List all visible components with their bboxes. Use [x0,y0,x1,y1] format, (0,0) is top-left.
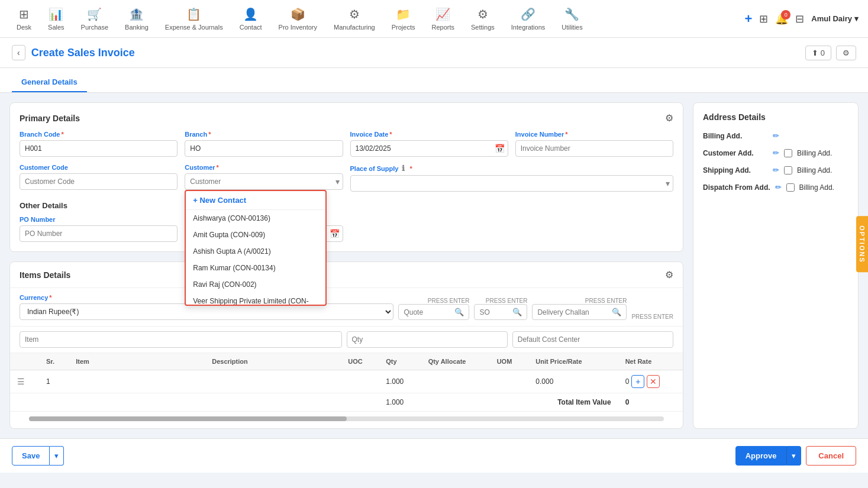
dispatch-billing-checkbox[interactable] [786,183,795,192]
approve-dropdown-button[interactable]: ▾ [786,446,801,466]
desk-icon: ⊞ [19,7,29,21]
po-number-input[interactable] [20,225,178,242]
nav-item-settings[interactable]: ⚙ Settings [464,2,502,35]
table-row-actions: + ✕ [631,375,660,388]
so-search-icon[interactable]: 🔍 [512,308,522,316]
customer-billing-checkbox[interactable] [784,149,792,157]
nav-item-purchase[interactable]: 🛒 Purchase [74,2,115,35]
reports-icon: 📈 [435,7,450,21]
items-settings-button[interactable]: ⚙ [665,269,673,280]
nav-item-banking[interactable]: 🏦 Banking [118,2,156,35]
place-of-supply-wrapper: ▾ [350,175,674,192]
nav-items: ⊞ Desk 📊 Sales 🛒 Purchase 🏦 Banking 📋 Ex… [9,2,745,35]
customer-option-4[interactable]: Ravi Raj (CON-002) [186,276,325,293]
row-delete-button[interactable]: ✕ [647,375,660,388]
branch-code-input[interactable] [20,140,178,157]
invoice-date-label: Invoice Date [350,131,508,138]
row-add-button[interactable]: + [631,375,644,388]
nav-item-sales[interactable]: 📊 Sales [41,2,72,35]
calendar-icon[interactable]: 📅 [495,144,505,153]
nav-item-contact[interactable]: 👤 Contact [233,2,269,35]
description-cell[interactable] [205,370,341,393]
nav-item-desk[interactable]: ⊞ Desk [9,2,38,35]
currency-select[interactable]: Indian Rupee(₹) [20,303,393,320]
options-sidebar[interactable]: OPTIONS [856,216,868,273]
dispatch-edit-icon[interactable]: ✏ [775,183,782,192]
cancel-button[interactable]: Cancel [806,446,856,466]
customer-add-row: Customer Add. ✏ Billing Add. [703,148,848,157]
shipping-billing-checkbox[interactable] [784,166,792,174]
nav-item-pro-inventory[interactable]: 📦 Pro Inventory [272,2,324,35]
chevron-down-icon[interactable]: ▾ [335,177,340,186]
settings-icon: ⚙ [477,7,488,21]
press-enter-4: PRESS ENTER [631,314,673,320]
customer-label: Customer [185,164,343,171]
tab-general-details[interactable]: General Details [12,73,87,92]
default-cost-center-input[interactable] [512,331,673,348]
col-net-rate: Net Rate [618,353,683,370]
invoice-number-input[interactable] [515,140,673,157]
delivery-challan-search-icon[interactable]: 🔍 [612,308,621,316]
customer-option-0[interactable]: Aishwarya (CON-00136) [186,210,325,227]
back-button[interactable]: ‹ [12,45,25,60]
primary-details-settings-button[interactable]: ⚙ [665,112,673,124]
h-scrollbar[interactable] [29,416,664,421]
so-input[interactable] [479,308,509,316]
drag-handle-icon[interactable]: ☰ [17,377,25,386]
nav-label-expense: Expense & Journals [165,24,223,31]
item-cell[interactable] [69,370,205,393]
nav-item-integrations[interactable]: 🔗 Integrations [504,2,552,35]
shipping-edit-icon[interactable]: ✏ [773,166,779,174]
total-empty-2 [421,393,529,412]
chevron-down-icon[interactable]: ▾ [666,179,670,188]
customer-edit-icon[interactable]: ✏ [773,148,779,157]
header-settings-button[interactable]: ⚙ [836,46,856,60]
quote-search-icon[interactable]: 🔍 [454,308,464,316]
nav-item-utilities[interactable]: 🔧 Utilities [554,2,589,35]
nav-item-expense[interactable]: 📋 Expense & Journals [158,2,230,35]
approve-button[interactable]: Approve [735,446,787,466]
page-title: Create Sales Invoice [31,47,135,59]
row-description-input[interactable] [212,377,334,386]
branch-input[interactable] [185,140,343,157]
billing-edit-icon[interactable]: ✏ [773,131,779,140]
quote-input[interactable] [404,308,451,316]
save-dropdown-button[interactable]: ▾ [50,446,64,466]
counter-button[interactable]: ⬆ 0 [805,46,831,60]
customer-option-2[interactable]: Ashish Gupta A (A/0021) [186,243,325,260]
new-contact-option[interactable]: + New Contact [186,191,325,210]
save-button[interactable]: Save [12,446,50,466]
primary-details-title: Primary Details [20,114,80,123]
layout-button[interactable]: ⊟ [795,12,804,25]
shipping-add-label: Shipping Add. [703,166,768,174]
item-input[interactable] [25,335,337,344]
nav-label-settings: Settings [471,24,495,31]
customer-input[interactable] [185,173,343,190]
col-sr: Sr. [39,353,69,370]
qty-input[interactable] [347,331,508,348]
sub-header-right: ⬆ 0 ⚙ [805,46,856,60]
nav-item-manufacturing[interactable]: ⚙ Manufacturing [327,2,382,35]
notification-button[interactable]: 🔔 0 [775,12,788,25]
uom-cell [490,370,529,393]
calendar-icon-2[interactable]: 📅 [330,229,340,238]
customer-option-1[interactable]: Amit Gupta (CON-009) [186,227,325,243]
net-rate-cell: 0 + ✕ [618,370,683,393]
company-name[interactable]: Amul Dairy ▾ [811,14,859,23]
customer-code-input[interactable] [20,173,178,190]
gear-icon: ⚙ [843,49,850,57]
nav-item-reports[interactable]: 📈 Reports [425,2,462,35]
press-enter-3: PRESS ENTER 🔍 [532,298,627,320]
customer-option-3[interactable]: Ram Kumar (CON-00134) [186,260,325,276]
grid-button[interactable]: ⊞ [759,12,768,25]
nav-label-purchase: Purchase [81,24,108,31]
customer-option-5[interactable]: Veer Shipping Private Limited (CON-00132… [186,293,325,305]
delivery-challan-input[interactable] [537,308,608,316]
nav-item-projects[interactable]: 📁 Projects [385,2,422,35]
primary-details-form: Branch Code Branch Invoice Date 📅 [20,131,673,192]
place-of-supply-input[interactable] [350,175,674,192]
add-button[interactable]: + [745,11,753,27]
invoice-date-input[interactable] [350,140,508,157]
row-item-input[interactable] [76,377,198,386]
address-details-title: Address Details [703,112,848,122]
